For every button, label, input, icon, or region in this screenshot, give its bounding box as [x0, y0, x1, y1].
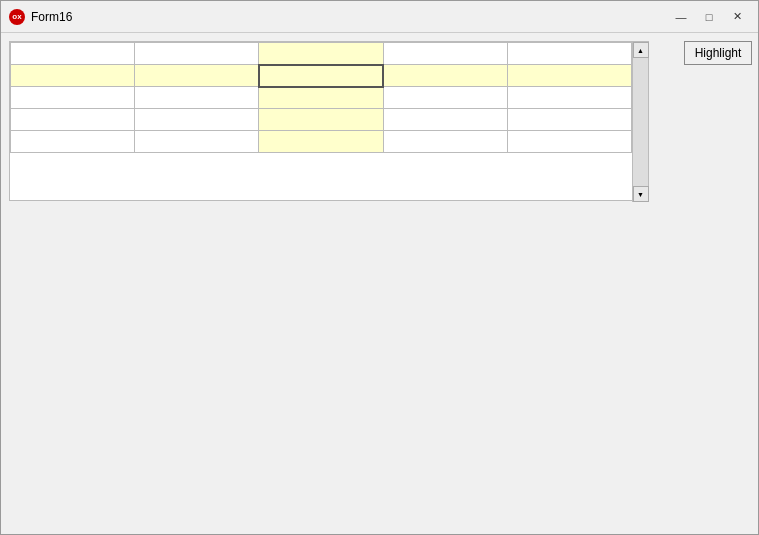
title-bar-left: ox Form16: [9, 9, 72, 25]
grid-scroll-wrapper: [10, 42, 632, 200]
grid-cell[interactable]: [383, 109, 507, 131]
scroll-down-arrow[interactable]: ▼: [633, 186, 649, 202]
table-row: [11, 65, 632, 87]
scroll-up-arrow[interactable]: ▲: [633, 42, 649, 58]
grid-cell[interactable]: [507, 131, 631, 153]
table-row: [11, 131, 632, 153]
grid-wrapper: ▲ ▼: [9, 41, 670, 201]
vertical-scrollbar: ▲ ▼: [632, 42, 648, 202]
data-grid: [10, 42, 632, 153]
main-panel: ▲ ▼: [1, 33, 678, 534]
table-row: [11, 87, 632, 109]
grid-cell[interactable]: [11, 87, 135, 109]
grid-cell[interactable]: [507, 43, 631, 65]
grid-cell[interactable]: [383, 43, 507, 65]
grid-cell[interactable]: [259, 87, 383, 109]
title-bar-controls: — □ ✕: [668, 7, 750, 27]
grid-cell[interactable]: [383, 65, 507, 87]
grid-cell[interactable]: [383, 87, 507, 109]
grid-cell[interactable]: [507, 65, 631, 87]
content-area: ▲ ▼ Highlight: [1, 33, 758, 534]
grid-cell[interactable]: [507, 109, 631, 131]
grid-cell[interactable]: [11, 43, 135, 65]
grid-cell[interactable]: [11, 65, 135, 87]
grid-area: ▲ ▼: [9, 41, 649, 201]
grid-cell[interactable]: [11, 131, 135, 153]
scroll-track[interactable]: [633, 58, 648, 186]
table-row: [11, 43, 632, 65]
grid-cell[interactable]: [383, 131, 507, 153]
minimize-button[interactable]: —: [668, 7, 694, 27]
maximize-button[interactable]: □: [696, 7, 722, 27]
main-window: ox Form16 — □ ✕: [0, 0, 759, 535]
grid-cell[interactable]: [135, 131, 259, 153]
grid-cell[interactable]: [135, 43, 259, 65]
table-row: [11, 109, 632, 131]
highlight-button[interactable]: Highlight: [684, 41, 753, 65]
window-title: Form16: [31, 10, 72, 24]
grid-cell[interactable]: [507, 87, 631, 109]
right-panel: Highlight: [678, 33, 758, 534]
title-bar: ox Form16 — □ ✕: [1, 1, 758, 33]
close-button[interactable]: ✕: [724, 7, 750, 27]
grid-cell[interactable]: [135, 109, 259, 131]
grid-cell[interactable]: [11, 109, 135, 131]
grid-cell[interactable]: [259, 43, 383, 65]
grid-cell[interactable]: [135, 87, 259, 109]
grid-cell[interactable]: [259, 131, 383, 153]
grid-cell[interactable]: [135, 65, 259, 87]
app-icon: ox: [9, 9, 25, 25]
grid-cell-cursor[interactable]: [259, 65, 383, 87]
grid-cell[interactable]: [259, 109, 383, 131]
